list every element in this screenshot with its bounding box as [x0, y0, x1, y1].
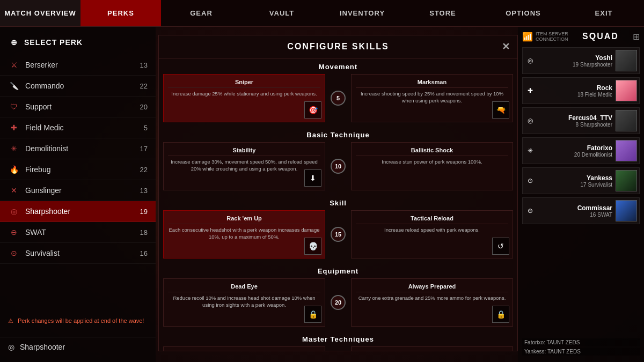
perk-swat[interactable]: ⊖ SWAT 18: [0, 222, 156, 243]
skill-cost-equipment-num: 20: [331, 295, 346, 310]
demolitionist-icon: ✳: [8, 143, 20, 154]
skill-ballistic-shock-desc: Increase stun power of perk weapons 100%…: [356, 158, 508, 165]
perk-sharpshooter[interactable]: ◎ Sharpshooter 19: [0, 201, 156, 222]
member-fercus-avatar: [616, 110, 637, 131]
skill-marksman-title: Marksman: [356, 79, 508, 88]
nav-exit[interactable]: EXIT: [564, 0, 644, 26]
skill-cost-movement-num: 5: [331, 91, 346, 106]
chat-line-0: Fatorixo: TAUNT ZEDS: [522, 338, 640, 346]
squad-panel: 📶 ITEM SERVER CONNECTION SQUAD ⊞ ◎ Yoshi…: [518, 27, 644, 362]
nav-match-overview[interactable]: MATCH OVERVIEW: [0, 0, 80, 26]
perk-demolitionist-name: Demolitionist: [25, 144, 137, 153]
member-fercus-name: Fercus04_TTV: [538, 114, 612, 122]
perk-warning: ⚠ Perk changes will be applied at end of…: [0, 312, 156, 330]
perk-support-level: 20: [137, 103, 148, 111]
skill-rack-em-up-icon: 💀: [304, 238, 321, 255]
perk-commando-level: 22: [137, 82, 148, 90]
skill-marksman[interactable]: Marksman Increase shooting speed by 25% …: [351, 74, 513, 122]
skill-dead-eye-desc: Reduce recoil 10% and increase head shot…: [168, 294, 320, 309]
commando-icon: 🔪: [8, 80, 20, 92]
skill-stability[interactable]: Stability Increase damage 30%, movement …: [163, 142, 325, 190]
perk-firebug-level: 22: [137, 166, 148, 174]
skills-close-button[interactable]: ✕: [502, 41, 511, 53]
member-yankess-info: Yankess 17 Survivalist: [538, 174, 616, 188]
skill-tactical-reload-icon: ↺: [492, 238, 509, 255]
perk-field-medic-name: Field Medic: [25, 123, 137, 132]
skill-cost-equipment: 20: [328, 278, 348, 327]
nav-options[interactable]: OPTIONS: [483, 0, 564, 26]
nav-perks[interactable]: PERKS: [80, 0, 161, 26]
master-techniques-skill-row: ZED TIME - Assassin Any head shots with …: [163, 346, 513, 351]
basic-technique-skill-row: Stability Increase damage 30%, movement …: [163, 142, 513, 190]
squad-member-yankess[interactable]: ⊙ Yankess 17 Survivalist: [522, 167, 640, 194]
member-commissar-perk-icon: ⊖: [525, 205, 536, 216]
skill-tactical-reload[interactable]: Tactical Reload Increase reload speed wi…: [351, 210, 513, 258]
perk-field-medic[interactable]: ✚ Field Medic 5: [0, 117, 156, 138]
nav-inventory[interactable]: INVENTORY: [322, 0, 402, 26]
server-bars-icon: 📶: [522, 32, 533, 42]
sidebar-title: SELECT PERK: [24, 38, 83, 47]
perk-survivalist[interactable]: ⊙ Survivalist 16: [0, 243, 156, 264]
skill-zed-time-ranger[interactable]: ZED TIME - Ranger Any head shots with pe…: [351, 346, 513, 351]
skill-zed-time-assassin[interactable]: ZED TIME - Assassin Any head shots with …: [163, 346, 325, 351]
sharpshooter-icon: ◎: [8, 205, 20, 217]
perk-swat-level: 18: [137, 228, 148, 237]
member-rock-avatar: [616, 80, 637, 101]
field-medic-icon: ✚: [8, 122, 20, 134]
skill-always-prepared[interactable]: Always Prepared Carry one extra grenade …: [351, 278, 513, 327]
equipment-skill-row: Dead Eye Reduce recoil 10% and increase …: [163, 278, 513, 327]
perk-commando[interactable]: 🔪 Commando 22: [0, 76, 156, 97]
skill-sniper-icon: 🎯: [304, 101, 321, 119]
member-fatorixo-perk-icon: ✳: [525, 145, 536, 156]
squad-member-fatorixo[interactable]: ✳ Fatorixo 20 Demolitionist: [522, 137, 640, 164]
squad-member-fercus[interactable]: ◎ Fercus04_TTV 8 Sharpshooter: [522, 107, 640, 134]
nav-vault[interactable]: VAULT: [241, 0, 322, 26]
skills-panel-header: CONFIGURE SKILLS ✕: [159, 35, 517, 58]
skill-sniper[interactable]: Sniper Increase damage 25% while station…: [163, 74, 325, 122]
squad-member-commissar[interactable]: ⊖ Commissar 16 SWAT: [522, 197, 640, 224]
perk-berserker[interactable]: ⚔ Berserker 13: [0, 55, 156, 76]
member-fercus-info: Fercus04_TTV 8 Sharpshooter: [538, 114, 616, 128]
skill-dead-eye[interactable]: Dead Eye Reduce recoil 10% and increase …: [163, 278, 325, 327]
squad-member-rock[interactable]: ✚ Rock 18 Field Medic: [522, 77, 640, 104]
member-yoshi-name: Yoshi: [538, 54, 612, 62]
skill-dead-eye-title: Dead Eye: [168, 283, 320, 292]
member-commissar-info: Commissar 16 SWAT: [538, 204, 616, 218]
warning-icon: ⚠: [8, 317, 13, 324]
skill-rack-em-up[interactable]: Rack 'em Up Each consecutive headshot wi…: [163, 210, 325, 258]
skill-stability-desc: Increase damage 30%, movement speed 50%,…: [168, 158, 320, 173]
member-fercus-perk: 8 Sharpshooter: [538, 122, 612, 128]
skill-stability-icon: ⬇: [304, 169, 321, 187]
perk-gunslinger[interactable]: ✕ Gunslinger 13: [0, 180, 156, 201]
skill-sniper-title: Sniper: [168, 79, 320, 88]
perk-demolitionist[interactable]: ✳ Demolitionist 17: [0, 138, 156, 159]
berserker-icon: ⚔: [8, 59, 20, 71]
skill-tactical-reload-title: Tactical Reload: [356, 215, 508, 224]
support-icon: 🛡: [8, 101, 20, 113]
nav-gear[interactable]: GEAR: [161, 0, 241, 26]
swat-icon: ⊖: [8, 226, 20, 238]
section-movement-title: Movement: [159, 58, 517, 74]
skill-cost-skill-num: 15: [331, 227, 346, 242]
nav-store[interactable]: STORE: [402, 0, 483, 26]
squad-icon: ⊞: [633, 32, 640, 42]
perk-gunslinger-level: 13: [137, 187, 148, 195]
perk-berserker-name: Berserker: [25, 61, 137, 69]
skill-marksman-desc: Increase shooting speed by 25% and movem…: [356, 90, 508, 105]
squad-title: SQUAD: [582, 32, 619, 41]
perk-firebug[interactable]: 🔥 Firebug 22: [0, 159, 156, 180]
perk-swat-name: SWAT: [25, 228, 137, 237]
sidebar-header: ⊕ SELECT PERK: [0, 32, 156, 55]
perk-commando-name: Commando: [25, 82, 137, 90]
section-equipment-title: Equipment: [159, 263, 517, 278]
member-yoshi-perk-icon: ◎: [525, 55, 536, 66]
squad-member-yoshi[interactable]: ◎ Yoshi 19 Sharpshooter: [522, 47, 640, 74]
skill-ballistic-shock[interactable]: Ballistic Shock Increase stun power of p…: [351, 142, 513, 190]
section-skill-title: Skill: [159, 195, 517, 210]
skill-skill-row: Rack 'em Up Each consecutive headshot wi…: [163, 210, 513, 258]
gunslinger-icon: ✕: [8, 184, 20, 196]
skill-cost-basic: 10: [328, 142, 348, 190]
member-fercus-perk-icon: ◎: [525, 115, 536, 126]
perk-support-name: Support: [25, 102, 137, 111]
perk-support[interactable]: 🛡 Support 20: [0, 97, 156, 117]
